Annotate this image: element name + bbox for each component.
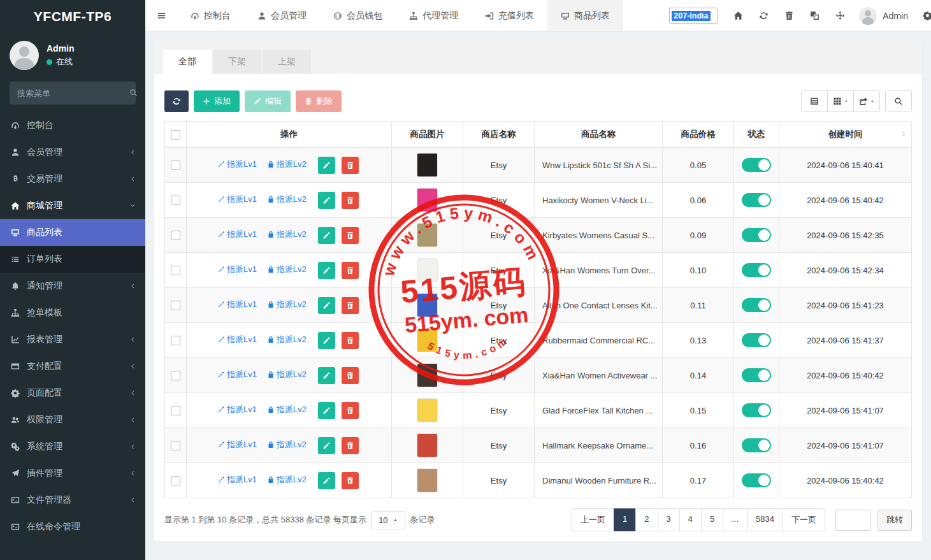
topbar-tab[interactable]: 代理管理 [396,0,472,31]
row-delete-button[interactable] [342,262,359,279]
row-checkbox[interactable] [171,196,180,205]
status-toggle[interactable] [742,403,771,417]
search-toggle-button[interactable] [885,90,912,112]
assign-lv2-link[interactable]: 指派Lv2 [267,334,307,344]
filter-tab[interactable]: 全部 [163,50,212,74]
assign-lv2-link[interactable]: 指派Lv2 [267,229,307,239]
row-checkbox[interactable] [171,266,180,275]
row-delete-button[interactable] [342,332,359,349]
sidebar-item[interactable]: 控制台 [0,112,145,139]
status-toggle[interactable] [742,228,771,242]
topbar-tab[interactable]: 控制台 [177,0,244,31]
status-toggle[interactable] [742,298,771,312]
row-edit-button[interactable] [318,262,335,279]
assign-lv1-link[interactable]: 指派Lv1 [217,229,257,239]
sidebar-item[interactable]: 商城管理 [0,192,145,219]
sidebar-item[interactable]: 交易管理 [0,166,145,192]
menu-search-input[interactable] [17,89,129,98]
settings-button[interactable] [914,0,931,32]
assign-lv2-link[interactable]: 指派Lv2 [267,194,307,204]
jump-page-input[interactable] [835,510,871,531]
fullscreen-button[interactable] [827,0,853,32]
assign-lv1-link[interactable]: 指派Lv1 [217,194,257,204]
filter-tab[interactable]: 上架 [263,50,311,74]
row-delete-button[interactable] [342,192,359,209]
assign-lv2-link[interactable]: 指派Lv2 [267,405,307,414]
sidebar-item[interactable]: 支付配置 [0,353,145,380]
assign-lv1-link[interactable]: 指派Lv1 [217,405,257,414]
assign-lv1-link[interactable]: 指派Lv1 [217,334,257,344]
status-toggle[interactable] [742,333,771,347]
detail-view-button[interactable] [801,90,828,112]
sidebar-item[interactable]: 页面配置 [0,380,145,406]
language-button[interactable] [802,0,827,32]
row-edit-button[interactable] [318,402,335,419]
row-checkbox[interactable] [171,476,180,485]
page-button[interactable]: 2 [635,508,658,531]
home-button[interactable] [725,0,751,32]
assign-lv1-link[interactable]: 指派Lv1 [217,475,257,484]
columns-button[interactable] [827,90,854,112]
row-edit-button[interactable] [318,192,335,209]
sidebar-item[interactable]: 在线命令管理 [0,513,145,540]
row-delete-button[interactable] [342,402,359,419]
page-button[interactable]: 1 [614,508,636,531]
select-all-checkbox[interactable] [171,130,180,140]
assign-lv1-link[interactable]: 指派Lv1 [217,264,257,274]
sort-icon[interactable] [900,130,907,139]
status-toggle[interactable] [742,263,771,277]
assign-lv2-link[interactable]: 指派Lv2 [267,299,307,309]
page-button[interactable]: 3 [658,508,680,531]
table-refresh-button[interactable] [164,90,189,112]
sidebar-item[interactable]: 商品列表 [0,219,145,246]
row-delete-button[interactable] [342,367,359,384]
row-edit-button[interactable] [318,367,335,384]
sidebar-item[interactable]: 报表管理 [0,326,145,353]
sidebar-item[interactable]: 订单列表 [0,246,145,273]
row-delete-button[interactable] [342,472,359,489]
row-edit-button[interactable] [318,157,335,174]
sidebar-item[interactable]: 权限管理 [0,406,145,433]
sidebar-item[interactable]: 文件管理器 [0,487,145,513]
row-delete-button[interactable] [342,157,359,174]
row-checkbox[interactable] [171,231,180,240]
row-edit-button[interactable] [318,227,335,244]
sidebar-item[interactable]: 通知管理 [0,273,145,299]
clear-cache-button[interactable] [776,0,802,32]
add-button[interactable]: 添加 [194,90,240,112]
row-checkbox[interactable] [171,161,180,170]
assign-lv1-link[interactable]: 指派Lv1 [217,299,257,309]
status-toggle[interactable] [742,473,771,487]
assign-lv2-link[interactable]: 指派Lv2 [267,440,307,449]
sidebar-item[interactable]: 插件管理 [0,460,145,487]
sidebar-item[interactable]: 系统管理 [0,433,145,460]
edit-button[interactable]: 编辑 [245,90,291,112]
row-checkbox[interactable] [171,441,180,450]
assign-lv2-link[interactable]: 指派Lv2 [267,264,307,274]
page-button[interactable]: ... [723,508,747,531]
row-edit-button[interactable] [318,437,335,454]
delete-button[interactable]: 删除 [296,90,342,112]
page-button[interactable]: 上一页 [572,508,614,531]
assign-lv1-link[interactable]: 指派Lv1 [217,440,257,449]
page-button[interactable]: 4 [679,508,702,531]
row-checkbox[interactable] [171,406,180,415]
status-toggle[interactable] [742,438,771,452]
page-size-select[interactable]: 10 [372,511,405,529]
sidebar-item[interactable]: 会员管理 [0,139,145,166]
row-checkbox[interactable] [171,371,180,380]
row-edit-button[interactable] [318,472,335,489]
assign-lv1-link[interactable]: 指派Lv1 [217,159,257,169]
topbar-tab[interactable]: 充值列表 [472,0,547,31]
status-toggle[interactable] [742,368,771,382]
topbar-tab[interactable]: 会员管理 [244,0,320,31]
row-checkbox[interactable] [171,336,180,345]
status-toggle[interactable] [742,158,771,172]
assign-lv1-link[interactable]: 指派Lv1 [217,370,257,379]
refresh-button[interactable] [751,0,776,32]
filter-tab[interactable]: 下架 [213,50,261,74]
row-edit-button[interactable] [318,332,335,349]
topbar-tab[interactable]: 会员钱包 [320,0,396,31]
user-menu[interactable]: Admin [853,7,914,25]
row-delete-button[interactable] [342,437,359,454]
